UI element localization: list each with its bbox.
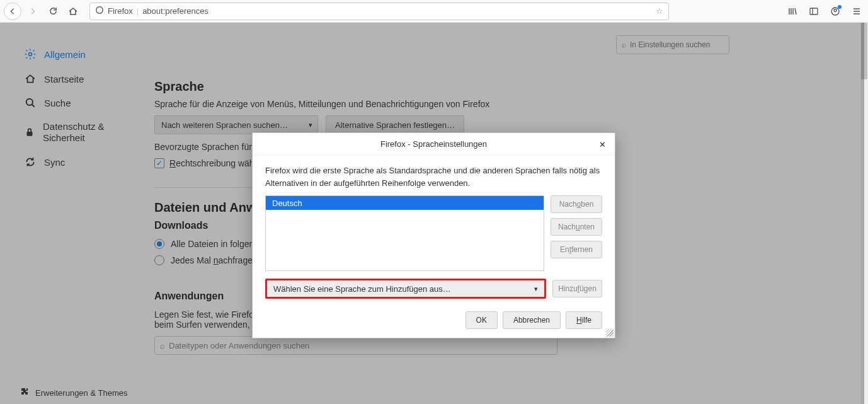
identity-label: Firefox	[108, 6, 133, 16]
language-list[interactable]: Deutsch	[265, 195, 544, 271]
firefox-icon	[95, 6, 104, 16]
language-settings-dialog: Firefox - Spracheinstellungen ✕ Firefox …	[252, 132, 615, 338]
browser-toolbar: Firefox | about:preferences ☆	[0, 0, 868, 23]
help-button[interactable]: Hilfe	[566, 311, 602, 329]
bookmark-star-icon[interactable]: ☆	[656, 6, 663, 16]
ok-button[interactable]: OK	[465, 311, 498, 329]
add-button[interactable]: Hinzufügen	[552, 280, 602, 297]
home-button[interactable]	[64, 3, 82, 20]
resize-grip[interactable]	[606, 329, 614, 337]
language-list-item[interactable]: Deutsch	[266, 196, 544, 210]
url-bar[interactable]: Firefox | about:preferences ☆	[89, 3, 669, 20]
add-language-dropdown[interactable]: Wählen Sie eine Sprache zum Hinzufügen a…	[265, 279, 546, 299]
svg-point-0	[96, 7, 103, 14]
sidebar-icon[interactable]	[806, 4, 821, 19]
dialog-title: Firefox - Spracheinstellungen	[380, 139, 487, 149]
move-down-button[interactable]: Nach unten	[551, 218, 602, 236]
url-text: about:preferences	[142, 6, 652, 16]
account-icon[interactable]	[828, 4, 843, 19]
forward-button[interactable]	[24, 3, 42, 20]
svg-point-4	[834, 9, 837, 11]
cancel-button[interactable]: Abbrechen	[503, 311, 561, 329]
close-button[interactable]: ✕	[596, 138, 608, 151]
svg-rect-1	[810, 8, 818, 14]
dialog-title-bar: Firefox - Spracheinstellungen ✕	[253, 133, 615, 156]
library-icon[interactable]	[785, 4, 800, 19]
move-up-button[interactable]: Nach oben	[551, 195, 602, 213]
dialog-description: Firefox wird die erste Sprache als Stand…	[265, 164, 602, 189]
back-button[interactable]	[4, 3, 21, 20]
remove-button[interactable]: Entfernen	[551, 241, 602, 258]
reload-button[interactable]	[44, 3, 62, 20]
menu-icon[interactable]	[849, 4, 864, 19]
